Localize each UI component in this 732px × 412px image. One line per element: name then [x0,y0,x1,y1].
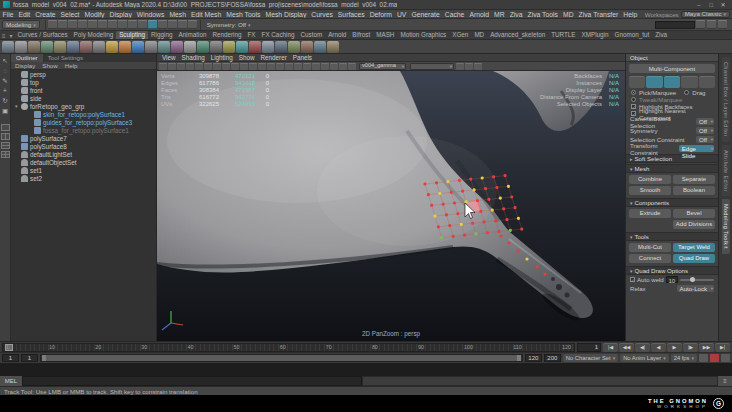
outliner-item[interactable]: defaultObjectSet [11,158,156,166]
symmetry-selector[interactable]: Symmetry: Off▾ [207,21,251,28]
shelf-tab[interactable]: XMPlugin [579,31,612,39]
show-tool-settings-toggle[interactable] [707,20,716,29]
safe-title-icon[interactable] [258,63,266,70]
outliner-item[interactable]: skin_for_retopo:polySurface1 [11,110,156,118]
script-editor-icon[interactable]: ≡ [718,376,732,386]
shelf-tab[interactable]: Rigging [148,31,175,39]
shelf-tab[interactable]: Bifrost [349,31,373,39]
menu-item[interactable]: Generate [409,11,442,18]
gate-mask-icon[interactable] [231,63,239,70]
snap-grid-icon[interactable] [98,20,107,29]
2d-pan-zoom-icon[interactable] [186,63,194,70]
menu-set-selector[interactable]: Modeling▾ [2,20,40,29]
show-attribute-editor-toggle[interactable] [696,20,705,29]
animation-end-field[interactable] [544,354,561,362]
stamp-tool-icon[interactable] [314,41,326,53]
camera-based-selection-dropdown[interactable]: Off [696,118,714,125]
foamy-tool-icon[interactable] [80,41,92,53]
mesh-section-header[interactable]: ▾Mesh [626,164,718,173]
outliner-item[interactable]: set1 [11,166,156,174]
pick-marquee-radio[interactable] [631,90,636,95]
toolkit-button[interactable]: Multi-Cut [629,243,671,252]
panel-tab[interactable]: Outliner [11,54,43,62]
auto-weld-tolerance-field[interactable]: 10 [666,276,678,283]
shelf-tab[interactable]: Advanced_skeleton [487,31,548,39]
vertex-mode-icon[interactable] [646,76,662,88]
fill-tool-icon[interactable] [158,41,170,53]
outliner-menu-item[interactable]: Help [65,62,78,69]
sculpt-objects-icon[interactable] [262,41,274,53]
menu-item[interactable]: Ziva Tools [525,11,560,18]
shelf-tab[interactable]: Arnold [325,31,349,39]
wireframe-on-shaded-icon[interactable] [285,63,293,70]
save-scene-icon[interactable] [68,20,77,29]
grab-tool-icon[interactable] [41,41,53,53]
menu-item[interactable]: Modify [82,11,107,18]
convert-frozen-icon[interactable] [249,41,261,53]
clone-tool-icon[interactable] [301,41,313,53]
sidebar-tab[interactable]: Channel Box / Layer Editor [722,57,730,142]
range-slider-track[interactable] [40,354,523,362]
shelf-tab[interactable]: Gnomon_tut [611,31,652,39]
motion-blur-icon[interactable] [330,63,338,70]
menu-item[interactable]: Mesh Tools [224,11,263,18]
quick-selection-field[interactable] [655,21,695,29]
viewport-menu-item[interactable]: Lighting [208,54,236,61]
layout-four-pane-icon[interactable] [1,151,10,158]
current-frame-field[interactable] [577,343,601,352]
viewport-menu-item[interactable]: Panels [290,54,315,61]
lighting-icon[interactable] [303,63,311,70]
soft-selection-section[interactable]: ▸Soft Selection [626,154,718,163]
redo-icon[interactable] [88,20,97,29]
menu-item[interactable]: Edit [16,11,33,18]
shelf-tab[interactable]: Ziva [652,31,670,39]
render-settings-icon[interactable] [188,20,197,29]
menu-item[interactable]: Arnold [467,11,492,18]
field-chart-icon[interactable] [240,63,248,70]
shelf-tab[interactable]: FX [244,31,258,39]
safe-action-icon[interactable] [249,63,257,70]
menu-item[interactable]: Mesh [167,11,189,18]
shelf-tab[interactable]: MASH [373,31,397,39]
edge-mode-icon[interactable] [664,76,680,88]
shelf-menu-icon[interactable]: ≡ [0,33,8,39]
shelf-tab[interactable]: Rendering [209,31,244,39]
maximize-button[interactable]: □ [705,0,717,10]
bulge-tool-icon[interactable] [197,41,209,53]
knife-tool-icon[interactable] [171,41,183,53]
3d-viewport-canvas[interactable]: Verts 309878 472121 0 Edges 617786 94344… [157,71,625,341]
layout-single-pane-icon[interactable] [1,124,10,131]
range-end-handle[interactable] [517,355,521,361]
xray-icon[interactable] [276,63,284,70]
menu-item[interactable]: UV [394,11,408,18]
repeat-tool-icon[interactable] [106,41,118,53]
shelf-tab[interactable]: FX Caching [259,31,298,39]
layout-two-stacked-icon[interactable] [1,142,10,149]
workspace-selector[interactable]: Maya Classic▾ [681,11,730,18]
resolution-gate-icon[interactable] [222,63,230,70]
step-forward-frame-button[interactable]: ▶▶ [699,343,714,352]
viewport-menu-item[interactable]: Renderer [257,54,289,61]
undo-icon[interactable] [78,20,87,29]
toolkit-button[interactable]: Extrude [629,209,671,218]
menu-item[interactable]: MR [492,11,508,18]
outliner-list[interactable]: persp top front side ▾ forRetopo_geo_ [11,70,156,341]
shelf-tab[interactable]: Sculpting [116,31,148,39]
shelf-tab[interactable]: Motion Graphics [397,31,449,39]
toolkit-button[interactable]: Smooth [629,186,671,195]
outliner-item[interactable]: set2 [11,174,156,182]
shadows-icon[interactable] [312,63,320,70]
panel-tab[interactable]: Tool Settings [43,54,88,62]
select-tool-icon[interactable]: ↖ [1,56,10,65]
outliner-item[interactable]: front [11,86,156,94]
object-mode-icon[interactable] [629,76,645,88]
shelf-tab[interactable]: Poly Modeling [71,31,117,39]
lasso-tool-icon[interactable]: ◌ [1,66,10,75]
tweak-marquee-radio[interactable] [631,97,636,102]
command-input[interactable] [22,376,362,386]
relax-dropdown[interactable]: Auto-Lock [677,285,714,292]
go-to-start-button[interactable]: |◀ [603,343,618,352]
playback-start-field[interactable] [21,354,38,362]
drag-radio[interactable] [684,90,689,95]
toolkit-header-tab[interactable]: Object [626,54,718,62]
